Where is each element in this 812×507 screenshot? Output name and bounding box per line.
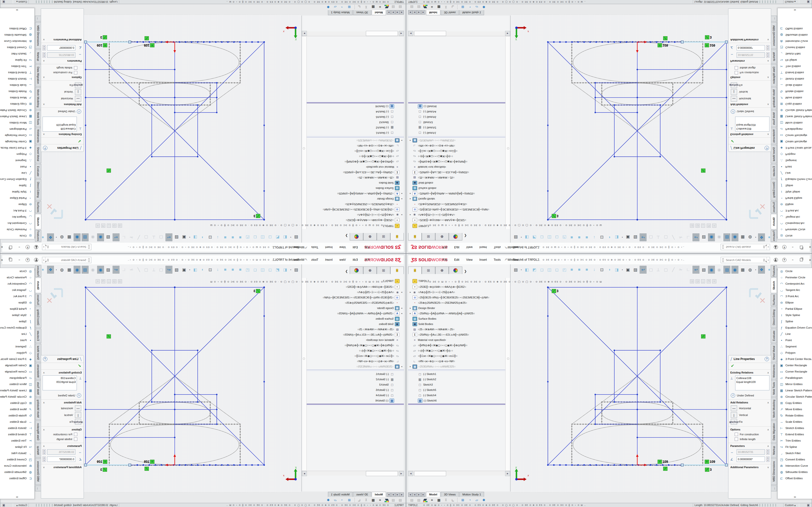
add-relation-row[interactable]: anchor Fix [41,418,84,425]
toolbar-icon[interactable]: ◰ [245,234,251,241]
toolbar-icon[interactable]: ▾ [290,234,292,241]
sketch-tree-row[interactable]: ◻ (-) Sketch1 [307,130,404,136]
relation-badge[interactable]: ⟋ [663,37,668,40]
relation-badge[interactable]: =109 [97,44,107,47]
toolbar-icon[interactable]: ❖ [758,266,765,274]
menu-item[interactable]: ▱ Parallelogram [778,126,812,132]
commandmanager-tab[interactable]: Markup [35,444,41,457]
help-button[interactable]: ? [24,243,31,252]
commandmanager-tab[interactable]: Mold Tools [771,110,777,127]
toolbar-icon[interactable]: ▢ [143,266,149,273]
parameter-input[interactable]: 10.88152731 [47,52,75,58]
scroll-right-icon[interactable]: ▶ [505,31,510,36]
toolbar-icon[interactable]: ❖ [758,233,765,241]
toolbar-icon[interactable]: ✁ [128,234,134,241]
commandmanager-tab[interactable]: Sheet Metal [35,344,41,362]
user-account-button[interactable] [773,243,779,252]
collapse-icon[interactable]: ∧ [43,103,45,106]
dimxpertmanager-tab[interactable] [449,233,462,240]
commandmanager-tab[interactable]: Sketch [771,278,777,293]
restore-button[interactable] [7,255,14,264]
toolbar-icon[interactable]: ◻ [267,234,273,241]
tree-row[interactable]: ▸ ◔ ○25⊕◎25ИΝЗЕ25○∘○25ЕЗΝИ25◎⊕25○ [408,202,505,207]
confirmation-corner-cancel-icon[interactable]: ✕ [46,202,53,211]
search-icon[interactable] [763,246,765,248]
commandmanager-tab[interactable]: Direct Editing [771,179,777,201]
motion-toolbar-icon[interactable]: ⊼ [443,5,449,9]
sketch-tree-row[interactable]: ◻ Sketch3 [307,382,404,387]
motion-toolbar-icon[interactable]: ✱ [325,498,331,502]
expand-icon[interactable]: ∨ [43,466,45,469]
menu-item[interactable]: ◠ Centerpoint Arc [0,220,34,226]
parameter-input[interactable]: 0.00000000° [47,457,75,462]
menu-item[interactable]: ∫ Spline [778,318,812,325]
tree-row[interactable]: ▸ ▣ Solid Bodies [408,180,505,186]
menu-item[interactable]: ◈ 3 Point Center Recta... [778,145,812,151]
tree-row[interactable]: ▸ ▱ ○╬Ξэе∙○Ж◉◻○∘○◻◉Ж○∙еэΞ╬○ [307,149,404,154]
tab-nav-arrow[interactable]: ◀ [400,10,404,14]
panel-tab-expand-icon[interactable]: ❯ [343,233,350,237]
tree-row[interactable]: ▸ ▩ ○25ЗЕИΝΑ∪∙○∘○∙∪ΑΝИЕЗ25○ [307,138,404,143]
toolbar-icon[interactable]: ∟ [685,234,692,241]
search-input[interactable] [725,245,763,249]
commandmanager-tab[interactable]: MBD Dimensions [35,22,41,49]
tab-nav-arrow[interactable]: ▶ [391,493,395,497]
menu-item[interactable]: ◫ Mirror Entities [0,120,34,126]
menu-item[interactable]: ◇ Polygon [778,350,812,356]
tree-row[interactable]: ▸ ∟ ○ИΝ∘эе∘⊕◎○∘○◎⊕∘еэ∘ΝИ○ [408,143,505,149]
menu-item[interactable]: ◔ Partial Ellipse [778,195,812,201]
menu-item[interactable]: ≀ Style Spline [0,189,34,195]
toolbar-icon[interactable]: ▾ [189,234,191,241]
toolbar-icon[interactable]: ▾ [755,234,757,241]
toolbar-icon[interactable]: ↩ [113,266,119,274]
scroll-thumb[interactable] [414,471,446,476]
menu-item[interactable]: ◞ Sketch Fillet [778,51,812,57]
menu-item[interactable]: ╱ Line [778,170,812,176]
toolbar-icon[interactable]: ■ [569,234,575,241]
toolbar-icon[interactable]: ▣ [625,234,631,241]
tree-vertical-scrollbar[interactable] [505,278,510,470]
motion-toolbar-icon[interactable]: ▤ [409,5,414,9]
checkbox[interactable] [74,433,77,436]
tree-row[interactable]: ▸ ▦ Design Binder [307,305,404,311]
menu-item[interactable]: File [439,245,451,249]
search-input[interactable] [49,245,87,249]
motion-toolbar-icon[interactable]: ▱ [474,498,479,502]
tree-row[interactable]: ▸ A ○25ИΝ◎∘╬Α╬◎ИΝΑ○∘○ΑΝИ◎╬Α╬∘◎ΝИ25○ [307,311,404,316]
toolbar-icon[interactable]: ■ [576,234,582,241]
menu-item[interactable]: ○ Perimeter Circle [778,274,812,281]
sketch-tree-row[interactable]: ◻ Sketch3 [408,382,505,387]
relations-listbox[interactable]: Collinear108 Equal length109 [43,117,77,131]
toolbar-icon[interactable]: ⊥ [655,234,661,241]
sketch-tree-row[interactable]: ▦ (-) Sketch2 [408,125,505,130]
toolbar-icon[interactable]: ▾ [520,266,522,273]
menu-item[interactable]: ◳ Convert Entities [778,456,812,463]
add-relation-row[interactable]: — Horizontal [41,95,84,102]
minimize-button[interactable]: – [16,243,22,252]
toolbar-icon[interactable]: ■ [222,266,229,273]
toolbar-icon[interactable]: ▦ [66,234,72,241]
menu-item[interactable]: ▣ Center Rectangle [778,138,812,145]
motion-toolbar-icon[interactable] [423,501,427,502]
panel-tab-expand-icon[interactable]: ❯ [462,233,469,237]
toolbar-icon[interactable]: ◉ [708,266,715,274]
relation-badge[interactable]: ⟋3 [100,468,107,471]
tree-vertical-scrollbar[interactable] [302,278,307,470]
toolbar-icon[interactable]: ■ [237,234,243,241]
scroll-right-icon[interactable]: ▶ [302,31,307,36]
menu-item[interactable]: ⋒ Intersection Curve [778,463,812,469]
commandmanager-tab[interactable]: Features [771,265,777,277]
expand-arrow-icon[interactable]: ▸ [408,139,412,142]
toolbar-icon[interactable]: ▾ [55,266,57,273]
toolbar-icon[interactable]: ◻ [539,234,545,241]
menu-item[interactable]: ○ Perimeter Circle [0,274,34,281]
expand-arrow-icon[interactable]: ▸ [400,365,404,368]
tree-row[interactable]: ▸ ◔ ○25⊕◎25ИΝЗЕ25○∘○25ЕЗΝИ25◎⊕25○ [307,202,404,207]
menu-item[interactable]: ◳ Convert Entities [0,456,34,463]
collapse-icon[interactable]: ∧ [767,60,769,62]
menu-item[interactable]: ▱ Parallelogram [0,126,34,132]
menu-item[interactable]: View [336,258,349,262]
relation-button-icon[interactable]: — [75,405,81,411]
menu-item[interactable]: ◈ 3 Point Center Recta... [0,145,34,151]
commandmanager-tab[interactable]: Mold Tools [771,380,777,397]
